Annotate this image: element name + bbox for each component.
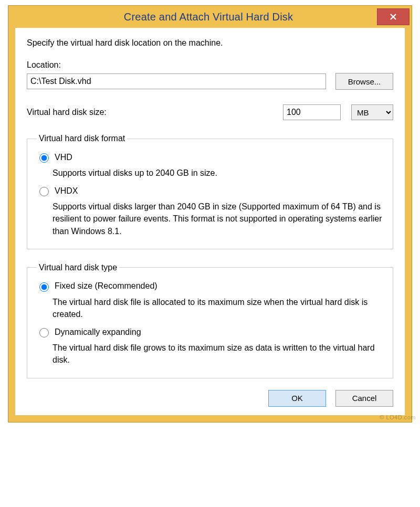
titlebar[interactable]: Create and Attach Virtual Hard Disk bbox=[8, 6, 412, 28]
watermark: © LO4D.com bbox=[380, 414, 416, 420]
cancel-button[interactable]: Cancel bbox=[335, 390, 393, 407]
format-desc-vhd: Supports virtual disks up to 2040 GB in … bbox=[52, 167, 383, 179]
format-option-vhd[interactable]: VHD bbox=[37, 152, 383, 163]
format-option-vhdx[interactable]: VHDX bbox=[37, 185, 383, 196]
format-label-vhdx: VHDX bbox=[55, 186, 78, 196]
type-option-fixed[interactable]: Fixed size (Recommended) bbox=[37, 281, 383, 292]
type-group: Virtual hard disk type Fixed size (Recom… bbox=[27, 263, 393, 378]
format-legend: Virtual hard disk format bbox=[37, 134, 127, 143]
location-input[interactable] bbox=[27, 73, 326, 89]
type-label-fixed: Fixed size (Recommended) bbox=[55, 281, 158, 291]
size-input[interactable] bbox=[283, 104, 341, 120]
format-radio-vhd[interactable] bbox=[39, 153, 49, 163]
type-radio-fixed[interactable] bbox=[39, 282, 49, 292]
format-desc-vhdx: Supports virtual disks larger than 2040 … bbox=[52, 200, 383, 237]
type-legend: Virtual hard disk type bbox=[37, 263, 119, 272]
ok-button[interactable]: OK bbox=[268, 390, 326, 407]
type-desc-fixed: The virtual hard disk file is allocated … bbox=[52, 296, 383, 320]
type-desc-dynamic: The virtual hard disk file grows to its … bbox=[52, 342, 383, 366]
format-label-vhd: VHD bbox=[55, 153, 72, 162]
size-unit-select[interactable]: MB bbox=[351, 104, 393, 120]
type-option-dynamic[interactable]: Dynamically expanding bbox=[37, 326, 383, 337]
window-title: Create and Attach Virtual Hard Disk bbox=[40, 11, 377, 23]
type-radio-dynamic[interactable] bbox=[39, 328, 49, 337]
close-button[interactable] bbox=[377, 8, 410, 25]
size-label: Virtual hard disk size: bbox=[27, 108, 272, 117]
dialog-window: Create and Attach Virtual Hard Disk Spec… bbox=[8, 5, 412, 423]
instruction-text: Specify the virtual hard disk location o… bbox=[27, 38, 393, 48]
dialog-footer: OK Cancel bbox=[27, 390, 393, 407]
close-icon bbox=[390, 14, 396, 20]
dialog-body: Specify the virtual hard disk location o… bbox=[15, 28, 405, 416]
location-label: Location: bbox=[27, 60, 393, 70]
format-radio-vhdx[interactable] bbox=[39, 187, 49, 196]
format-group: Virtual hard disk format VHD Supports vi… bbox=[27, 134, 393, 249]
type-label-dynamic: Dynamically expanding bbox=[55, 328, 141, 337]
browse-button[interactable]: Browse... bbox=[335, 73, 393, 90]
size-row: Virtual hard disk size: MB bbox=[27, 104, 393, 120]
location-row: Browse... bbox=[27, 73, 393, 90]
